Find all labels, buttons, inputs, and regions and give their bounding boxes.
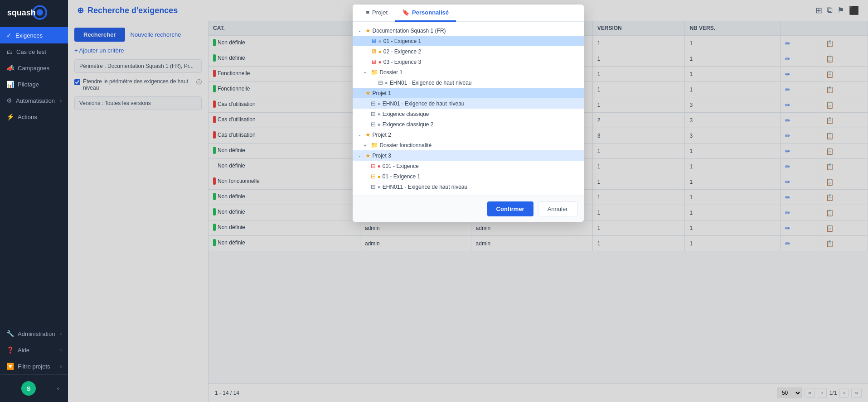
tab-projet[interactable]: ≡ Projet — [359, 5, 395, 22]
tree-expand-toggle[interactable]: - — [356, 91, 364, 96]
req-icon: ⊟ — [371, 110, 376, 117]
sidebar-item-exigences[interactable]: ✓ Exigences — [0, 27, 68, 43]
tree-item[interactable]: ⊟ ● 001 - Exigence — [353, 161, 584, 171]
sidebar-item-label: Campagnes — [18, 65, 49, 72]
status-circle-icon: ● — [378, 163, 381, 169]
chevron-icon: › — [60, 98, 62, 103]
tree-expand-toggle[interactable]: - — [356, 153, 364, 158]
sidebar-item-label: Pilotage — [18, 81, 39, 88]
sidebar-item-campagnes[interactable]: 📣 Campagnes — [0, 60, 68, 76]
status-circle-icon: ● — [378, 100, 381, 107]
status-circle-icon: ● — [378, 48, 382, 55]
sidebar-item-pilotage[interactable]: 📊 Pilotage — [0, 76, 68, 92]
sidebar-item-label: Administration — [18, 330, 55, 337]
tree-item-label: 001 - Exigence — [383, 163, 580, 169]
tree-item[interactable]: - ★ Documentation Squash 1 (FR) — [353, 25, 584, 36]
tree-item-label: EHN011 - Exigence de haut niveau — [383, 184, 580, 190]
tree-item-label: 01 - Exigence 1 — [383, 38, 580, 44]
req-icon: ⊟ — [378, 79, 383, 86]
tree-item[interactable]: ⊟ ● Exigence classique 2 — [353, 119, 584, 129]
tree-item[interactable]: - ★ Projet 3 — [353, 150, 584, 161]
sidebar-item-administration[interactable]: 🔧 Administration › — [0, 325, 68, 342]
tree-item[interactable]: + 📁 Dossier 1 — [353, 67, 584, 77]
modal-tabs: ≡ Projet 🔖 Personnalisé — [353, 5, 584, 22]
tree-item[interactable]: ⊟ ● EHN01 - Exigence de haut niveau — [353, 77, 584, 88]
tree-item-label: Projet 1 — [373, 90, 580, 96]
sidebar-item-actions[interactable]: ⚡ Actions — [0, 109, 68, 125]
tree-item[interactable]: 🖥 ● 03 - Exigence 3 — [353, 57, 584, 67]
modal-tree-body: - ★ Documentation Squash 1 (FR) 🖥 ● 01 -… — [353, 22, 584, 196]
tree-item[interactable]: 🖥 ● 01 - Exigence 1 — [353, 36, 584, 46]
tree-item-label: Exigence classique 2 — [383, 121, 580, 128]
tree-item[interactable]: 🖥 ● 02 - Exigence 2 — [353, 46, 584, 57]
sidebar-logo: squash — [0, 0, 68, 27]
sidebar-item-automatisation[interactable]: ⚙ Automatisation › — [0, 92, 68, 109]
folder-icon: 🗂 — [6, 48, 13, 55]
tree-item[interactable]: ⊟ ● Exigence classique — [353, 109, 584, 119]
star-icon: ★ — [365, 27, 371, 34]
chevron-icon: › — [60, 348, 62, 353]
tab-personnalise[interactable]: 🔖 Personnalisé — [395, 5, 456, 22]
sidebar-item-aide[interactable]: ❓ Aide › — [0, 342, 68, 358]
sidebar-item-filtre-projets[interactable]: 🔽 Filtre projets › — [0, 358, 68, 374]
monitor-icon: 🖥 — [371, 58, 377, 65]
tree-item[interactable]: ⊟ ● 01 - Exigence 1 — [353, 171, 584, 182]
list-icon: ≡ — [366, 9, 370, 16]
wrench-icon: 🔧 — [6, 330, 14, 337]
sidebar-item-label: Actions — [18, 114, 37, 120]
tree-item-label: 01 - Exigence 1 — [383, 173, 580, 180]
sidebar: squash ✓ Exigences 🗂 Cas de test 📣 Campa… — [0, 0, 68, 402]
req-icon: ⊟ — [371, 163, 376, 169]
tree-expand-toggle[interactable]: - — [356, 28, 364, 34]
tree-item-label: EHN01 - Exigence de haut niveau — [390, 80, 580, 86]
status-circle-icon: ● — [378, 111, 381, 117]
req-icon: ⊟ — [371, 173, 376, 180]
tree-item-label: Dossier 1 — [380, 69, 580, 76]
tree-item-label: Documentation Squash 1 (FR) — [373, 28, 580, 34]
check-icon: ✓ — [6, 32, 12, 39]
sidebar-item-label: Cas de test — [16, 48, 46, 55]
tree-expand-toggle[interactable]: + — [362, 70, 369, 75]
gear-icon: ⚙ — [6, 97, 12, 104]
tree-item[interactable]: - ★ Projet 2 — [353, 129, 584, 140]
modal-overlay: ≡ Projet 🔖 Personnalisé - ★ Documentatio… — [68, 0, 868, 402]
main-content: ⊕ Recherche d'exigences ⊞ ⧉ ⚑ ⬛ Recherch… — [68, 0, 868, 402]
chevron-icon: › — [60, 364, 62, 369]
help-icon: ❓ — [6, 346, 14, 354]
tree-item[interactable]: ⊟ ● EHN011 - Exigence de haut niveau — [353, 182, 584, 192]
tree-expand-toggle[interactable]: - — [356, 132, 364, 138]
sidebar-item-cas-de-test[interactable]: 🗂 Cas de test — [0, 43, 68, 60]
svg-text:squash: squash — [7, 8, 36, 17]
monitor-icon: 🖥 — [371, 48, 377, 55]
tree-item-label: 02 - Exigence 2 — [383, 48, 580, 55]
tree-item-label: EHN01 - Exigence de haut niveau — [383, 100, 580, 107]
sidebar-item-label: Automatisation — [16, 97, 55, 104]
status-circle-icon: ● — [378, 38, 382, 44]
chevron-icon: › — [60, 331, 62, 336]
modal-footer: Confirmer Annuler — [353, 196, 584, 222]
tree-expand-toggle[interactable]: + — [362, 143, 369, 148]
filter-icon: 🔽 — [6, 363, 14, 370]
tree-item-label: Projet 2 — [373, 132, 580, 138]
status-circle-icon: ● — [378, 121, 381, 128]
cancel-button[interactable]: Annuler — [538, 201, 577, 216]
monitor-icon: 🖥 — [371, 38, 377, 44]
tree-item[interactable]: ⊟ ● EHN01 - Exigence de haut niveau — [353, 98, 584, 109]
avatar[interactable]: S — [21, 381, 36, 396]
status-circle-icon: ● — [385, 80, 388, 86]
bolt-icon: ⚡ — [6, 113, 14, 120]
req-icon: ⊟ — [371, 183, 376, 190]
confirm-button[interactable]: Confirmer — [487, 201, 533, 216]
tree-item-label: Dossier fonctionnalité — [380, 142, 580, 148]
bookmark-icon: 🔖 — [402, 9, 409, 16]
perimeter-modal: ≡ Projet 🔖 Personnalisé - ★ Documentatio… — [353, 5, 584, 222]
sidebar-item-label: Aide — [18, 347, 29, 354]
status-circle-icon: ● — [378, 173, 381, 180]
tree-item[interactable]: + 📁 Dossier fonctionnalité — [353, 140, 584, 150]
folder-icon: 📁 — [371, 69, 378, 76]
star-icon: ★ — [365, 90, 371, 96]
sidebar-collapse-button[interactable]: ‹ — [53, 383, 63, 394]
tree-item[interactable]: - ★ Projet 1 — [353, 88, 584, 98]
campaign-icon: 📣 — [6, 64, 14, 72]
tree-item-label: Exigence classique — [383, 111, 580, 117]
